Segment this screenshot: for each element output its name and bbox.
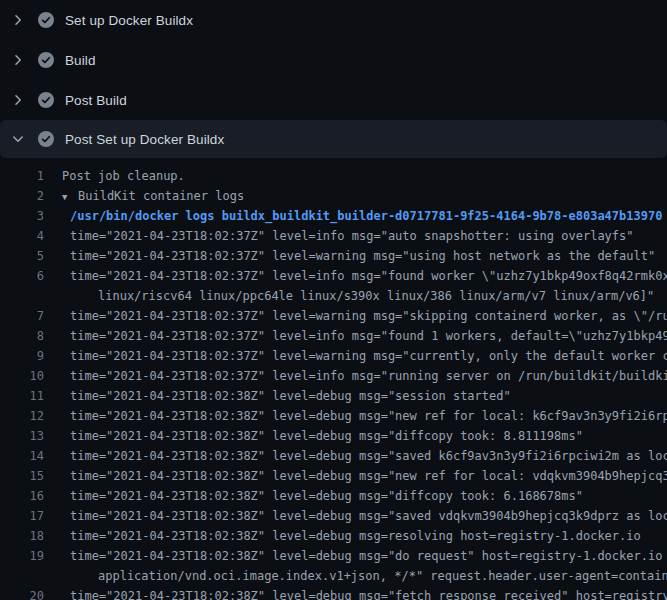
log-line: 13time="2021-04-23T18:02:38Z" level=debu… [0,426,667,446]
line-number-spacer [0,566,44,586]
check-circle-icon [38,12,54,28]
log-line: application/vnd.oci.image.index.v1+json,… [0,566,667,586]
log-group-label: BuildKit container logs [78,189,244,203]
log-text: time="2021-04-23T18:02:37Z" level=warnin… [44,306,667,326]
check-circle-icon [38,52,54,68]
log-text: time="2021-04-23T18:02:38Z" level=debug … [44,466,667,486]
line-number[interactable]: 16 [0,486,44,506]
chevron-right-icon [10,92,26,108]
step-header[interactable]: Set up Docker Buildx [0,0,667,40]
log-text: time="2021-04-23T18:02:37Z" level=info m… [44,266,667,286]
log-line: 3/usr/bin/docker logs buildx_buildkit_bu… [0,206,667,226]
log-text: linux/riscv64 linux/ppc64le linux/s390x … [44,286,667,306]
line-number[interactable]: 12 [0,406,44,426]
log-text: application/vnd.oci.image.index.v1+json,… [44,566,667,586]
log-text: time="2021-04-23T18:02:38Z" level=debug … [44,506,667,526]
log-line: 16time="2021-04-23T18:02:38Z" level=debu… [0,486,667,506]
line-number[interactable]: 2 [0,186,44,206]
check-circle-icon [38,92,54,108]
line-number[interactable]: 1 [0,166,44,186]
log-line: 8time="2021-04-23T18:02:37Z" level=info … [0,326,667,346]
log-command-text: /usr/bin/docker logs buildx_buildkit_bui… [44,206,667,226]
line-number[interactable]: 9 [0,346,44,366]
log-line: 17time="2021-04-23T18:02:38Z" level=debu… [0,506,667,526]
workflow-log-viewer: Set up Docker BuildxBuildPost BuildPost … [0,0,667,600]
log-line: 10time="2021-04-23T18:02:37Z" level=info… [0,366,667,386]
step-label: Set up Docker Buildx [65,13,193,28]
log-text: time="2021-04-23T18:02:37Z" level=info m… [44,366,667,386]
log-text: time="2021-04-23T18:02:38Z" level=debug … [44,586,667,600]
step-header[interactable]: Post Build [0,80,667,120]
log-line: 2▼BuildKit container logs [0,186,667,206]
log-line: 19time="2021-04-23T18:02:38Z" level=debu… [0,546,667,566]
line-number[interactable]: 6 [0,266,44,286]
check-circle-icon [38,131,54,147]
steps-list: Set up Docker BuildxBuildPost BuildPost … [0,0,667,158]
log-line: 12time="2021-04-23T18:02:38Z" level=debu… [0,406,667,426]
log-text: time="2021-04-23T18:02:38Z" level=debug … [44,406,667,426]
log-text: time="2021-04-23T18:02:38Z" level=debug … [44,486,667,506]
line-number[interactable]: 11 [0,386,44,406]
log-line: 18time="2021-04-23T18:02:38Z" level=debu… [0,526,667,546]
line-number[interactable]: 15 [0,466,44,486]
step-label: Build [65,53,96,68]
log-panel: 1Post job cleanup.2▼BuildKit container l… [0,158,667,600]
line-number-spacer [0,286,44,306]
line-number[interactable]: 17 [0,506,44,526]
line-number[interactable]: 13 [0,426,44,446]
step-label: Post Build [65,93,127,108]
log-line: 9time="2021-04-23T18:02:37Z" level=warni… [0,346,667,366]
chevron-down-icon [10,131,26,147]
line-number[interactable]: 4 [0,226,44,246]
log-text: time="2021-04-23T18:02:38Z" level=debug … [44,446,667,466]
log-line: 14time="2021-04-23T18:02:38Z" level=debu… [0,446,667,466]
log-text: ▼BuildKit container logs [44,186,667,206]
line-number[interactable]: 18 [0,526,44,546]
step-header[interactable]: Build [0,40,667,80]
log-text: time="2021-04-23T18:02:37Z" level=warnin… [44,246,667,266]
log-line: 4time="2021-04-23T18:02:37Z" level=info … [0,226,667,246]
log-line: 1Post job cleanup. [0,166,667,186]
log-text: time="2021-04-23T18:02:37Z" level=info m… [44,326,667,346]
log-line: 5time="2021-04-23T18:02:37Z" level=warni… [0,246,667,266]
log-line: 7time="2021-04-23T18:02:37Z" level=warni… [0,306,667,326]
log-text: time="2021-04-23T18:02:38Z" level=debug … [44,546,667,566]
line-number[interactable]: 20 [0,586,44,600]
log-text: time="2021-04-23T18:02:38Z" level=debug … [44,386,667,406]
log-text: time="2021-04-23T18:02:38Z" level=debug … [44,526,667,546]
step-header[interactable]: Post Set up Docker Buildx [0,120,667,158]
log-line: 20time="2021-04-23T18:02:38Z" level=debu… [0,586,667,600]
log-text: time="2021-04-23T18:02:38Z" level=debug … [44,426,667,446]
line-number[interactable]: 7 [0,306,44,326]
log-line: 11time="2021-04-23T18:02:38Z" level=debu… [0,386,667,406]
line-number[interactable]: 3 [0,206,44,226]
log-text: time="2021-04-23T18:02:37Z" level=warnin… [44,346,667,366]
line-number[interactable]: 19 [0,546,44,566]
chevron-right-icon [10,12,26,28]
line-number[interactable]: 10 [0,366,44,386]
log-text: Post job cleanup. [44,166,667,186]
line-number[interactable]: 5 [0,246,44,266]
line-number[interactable]: 8 [0,326,44,346]
step-label: Post Set up Docker Buildx [65,132,224,147]
log-line: 6time="2021-04-23T18:02:37Z" level=info … [0,266,667,286]
collapse-toggle-icon[interactable]: ▼ [62,187,78,206]
chevron-right-icon [10,52,26,68]
log-line: linux/riscv64 linux/ppc64le linux/s390x … [0,286,667,306]
line-number[interactable]: 14 [0,446,44,466]
log-line: 15time="2021-04-23T18:02:38Z" level=debu… [0,466,667,486]
log-text: time="2021-04-23T18:02:37Z" level=info m… [44,226,667,246]
